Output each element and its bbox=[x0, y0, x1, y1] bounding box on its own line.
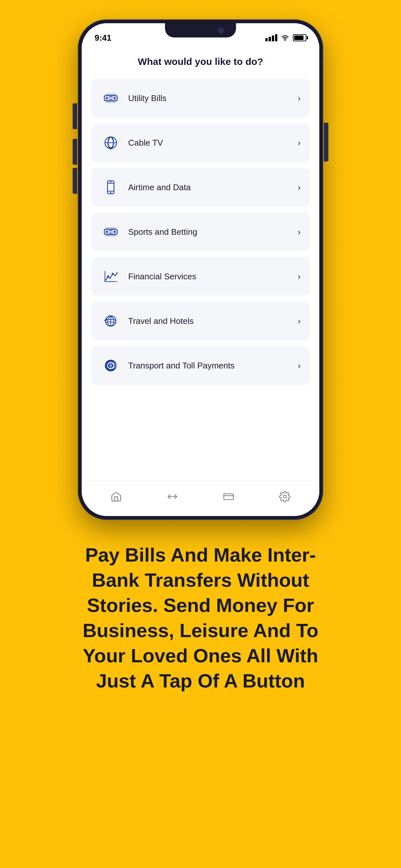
menu-item-sports-betting[interactable]: Sports and Betting › bbox=[91, 213, 310, 251]
sports-betting-chevron: › bbox=[298, 227, 301, 237]
menu-item-financial-services[interactable]: Financial Services › bbox=[91, 257, 310, 296]
menu-list: Utility Bills › bbox=[91, 79, 310, 385]
menu-item-travel-hotels[interactable]: Travel and Hotels › bbox=[91, 302, 310, 340]
utility-bills-icon bbox=[100, 88, 121, 108]
card-icon bbox=[222, 490, 235, 503]
nav-settings[interactable] bbox=[278, 490, 291, 503]
transport-toll-chevron: › bbox=[298, 361, 301, 371]
svg-rect-15 bbox=[110, 182, 112, 182]
cable-tv-chevron: › bbox=[298, 138, 301, 148]
menu-item-cable-tv[interactable]: Cable TV › bbox=[91, 123, 310, 162]
battery-icon bbox=[293, 34, 306, 41]
svg-rect-5 bbox=[105, 94, 116, 95]
marketing-text: Pay Bills And Make Inter-Bank Transfers … bbox=[65, 542, 336, 693]
svg-point-19 bbox=[114, 231, 116, 233]
phone-shell: 9:41 bbox=[78, 20, 323, 520]
status-time: 9:41 bbox=[95, 33, 112, 43]
svg-point-28 bbox=[283, 495, 286, 498]
utility-bills-label: Utility Bills bbox=[128, 93, 298, 103]
front-camera bbox=[218, 27, 224, 33]
svg-rect-27 bbox=[224, 494, 234, 500]
status-icons bbox=[266, 34, 306, 41]
nav-home[interactable] bbox=[110, 490, 123, 503]
svg-rect-6 bbox=[105, 101, 116, 103]
financial-services-icon bbox=[100, 266, 121, 287]
home-icon bbox=[110, 490, 123, 503]
svg-point-0 bbox=[285, 40, 285, 40]
phone-notch bbox=[165, 23, 236, 37]
svg-rect-9 bbox=[110, 147, 112, 149]
transport-toll-label: Transport and Toll Payments bbox=[128, 361, 298, 371]
settings-icon bbox=[278, 490, 291, 503]
wifi-icon bbox=[281, 34, 289, 41]
airtime-data-icon bbox=[100, 177, 121, 197]
travel-hotels-label: Travel and Hotels bbox=[128, 316, 298, 326]
page-title: What would you like to do? bbox=[91, 56, 310, 67]
menu-item-utility-bills[interactable]: Utility Bills › bbox=[91, 79, 310, 118]
financial-services-label: Financial Services bbox=[128, 272, 298, 282]
nav-transfer[interactable] bbox=[166, 490, 179, 503]
marketing-section: Pay Bills And Make Inter-Bank Transfers … bbox=[52, 520, 349, 719]
svg-rect-20 bbox=[105, 227, 116, 229]
financial-services-chevron: › bbox=[298, 272, 301, 282]
phone-wrapper: 9:41 bbox=[78, 20, 323, 520]
svg-point-14 bbox=[110, 192, 112, 193]
airtime-data-chevron: › bbox=[298, 182, 301, 192]
signal-icon bbox=[266, 34, 277, 41]
travel-hotels-icon bbox=[100, 311, 121, 331]
transfer-icon bbox=[166, 490, 179, 503]
cable-tv-icon bbox=[100, 132, 121, 153]
svg-point-22 bbox=[107, 275, 109, 277]
nav-card[interactable] bbox=[222, 490, 235, 503]
sports-betting-label: Sports and Betting bbox=[128, 227, 298, 237]
phone-screen: 9:41 bbox=[82, 23, 319, 516]
sports-betting-icon bbox=[100, 221, 121, 242]
svg-point-18 bbox=[106, 231, 108, 233]
utility-bills-chevron: › bbox=[298, 93, 301, 103]
svg-point-4 bbox=[114, 97, 116, 99]
cable-tv-label: Cable TV bbox=[128, 138, 298, 148]
transport-toll-icon bbox=[100, 355, 121, 376]
bottom-nav bbox=[82, 480, 319, 516]
airtime-data-label: Airtime and Data bbox=[128, 182, 298, 192]
svg-point-23 bbox=[112, 273, 114, 275]
menu-item-airtime-data[interactable]: Airtime and Data › bbox=[91, 168, 310, 207]
svg-rect-21 bbox=[105, 235, 116, 237]
travel-hotels-chevron: › bbox=[298, 316, 301, 326]
menu-item-transport-toll[interactable]: Transport and Toll Payments › bbox=[91, 346, 310, 385]
svg-point-3 bbox=[106, 97, 108, 99]
screen-content: What would you like to do? bbox=[82, 46, 319, 480]
